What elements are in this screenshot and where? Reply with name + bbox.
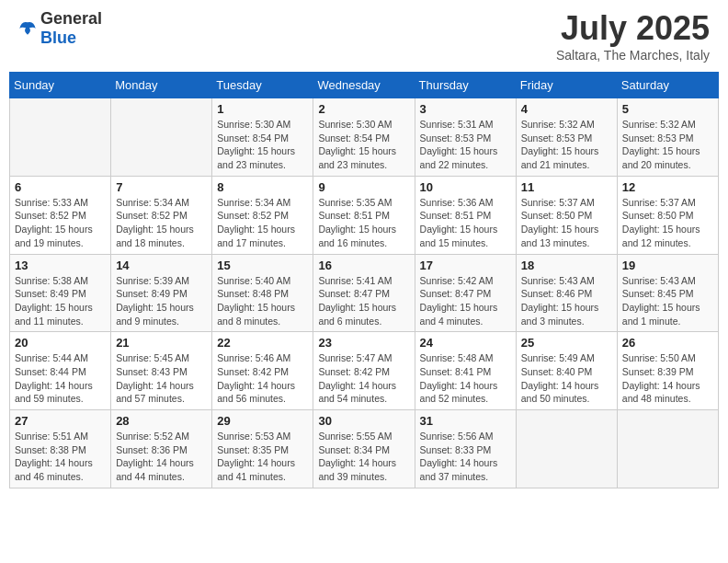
day-info: Sunrise: 5:51 AM Sunset: 8:38 PM Dayligh… — [15, 430, 106, 484]
calendar-cell — [111, 98, 212, 177]
day-info: Sunrise: 5:34 AM Sunset: 8:52 PM Dayligh… — [217, 196, 308, 250]
day-info: Sunrise: 5:52 AM Sunset: 8:36 PM Dayligh… — [116, 430, 207, 484]
day-number: 13 — [15, 259, 106, 272]
calendar-cell: 26Sunrise: 5:50 AM Sunset: 8:39 PM Dayli… — [617, 332, 718, 410]
day-info: Sunrise: 5:56 AM Sunset: 8:33 PM Dayligh… — [420, 430, 511, 484]
weekday-header-monday: Monday — [111, 73, 212, 98]
day-number: 19 — [622, 259, 713, 272]
day-number: 8 — [217, 180, 308, 194]
calendar-cell: 28Sunrise: 5:52 AM Sunset: 8:36 PM Dayli… — [111, 410, 212, 488]
day-number: 27 — [15, 414, 106, 428]
day-number: 14 — [116, 259, 207, 272]
day-info: Sunrise: 5:33 AM Sunset: 8:52 PM Dayligh… — [15, 196, 106, 250]
day-info: Sunrise: 5:41 AM Sunset: 8:47 PM Dayligh… — [318, 274, 409, 328]
month-year: July 2025 — [556, 9, 710, 48]
weekday-header-tuesday: Tuesday — [212, 73, 313, 98]
day-number: 18 — [521, 259, 612, 272]
calendar-cell: 14Sunrise: 5:39 AM Sunset: 8:49 PM Dayli… — [111, 254, 212, 332]
logo-icon — [18, 19, 37, 38]
calendar-cell — [10, 98, 111, 177]
calendar-cell: 21Sunrise: 5:45 AM Sunset: 8:43 PM Dayli… — [111, 332, 212, 410]
day-number: 22 — [217, 336, 308, 350]
calendar-cell: 17Sunrise: 5:42 AM Sunset: 8:47 PM Dayli… — [415, 254, 516, 332]
day-number: 1 — [217, 102, 308, 116]
day-info: Sunrise: 5:47 AM Sunset: 8:42 PM Dayligh… — [318, 351, 409, 406]
calendar-cell: 1Sunrise: 5:30 AM Sunset: 8:54 PM Daylig… — [212, 98, 313, 177]
calendar-cell: 16Sunrise: 5:41 AM Sunset: 8:47 PM Dayli… — [313, 254, 415, 332]
week-row-2: 13Sunrise: 5:38 AM Sunset: 8:49 PM Dayli… — [10, 254, 719, 332]
calendar-cell: 27Sunrise: 5:51 AM Sunset: 8:38 PM Dayli… — [10, 410, 111, 488]
calendar-cell: 8Sunrise: 5:34 AM Sunset: 8:52 PM Daylig… — [212, 176, 313, 254]
title-block: July 2025 Saltara, The Marches, Italy — [556, 9, 710, 63]
day-number: 17 — [420, 259, 511, 272]
logo: General Blue — [18, 9, 102, 48]
calendar-cell: 11Sunrise: 5:37 AM Sunset: 8:50 PM Dayli… — [516, 176, 617, 254]
day-info: Sunrise: 5:55 AM Sunset: 8:34 PM Dayligh… — [318, 430, 409, 484]
day-number: 31 — [420, 414, 511, 428]
day-info: Sunrise: 5:45 AM Sunset: 8:43 PM Dayligh… — [116, 351, 207, 406]
day-number: 4 — [521, 102, 612, 116]
day-info: Sunrise: 5:42 AM Sunset: 8:47 PM Dayligh… — [420, 274, 511, 328]
day-info: Sunrise: 5:40 AM Sunset: 8:48 PM Dayligh… — [217, 274, 308, 328]
day-number: 5 — [622, 102, 713, 116]
day-number: 30 — [318, 414, 409, 428]
calendar-cell: 3Sunrise: 5:31 AM Sunset: 8:53 PM Daylig… — [415, 98, 516, 177]
calendar-cell: 24Sunrise: 5:48 AM Sunset: 8:41 PM Dayli… — [415, 332, 516, 410]
calendar-cell: 22Sunrise: 5:46 AM Sunset: 8:42 PM Dayli… — [212, 332, 313, 410]
calendar-cell: 15Sunrise: 5:40 AM Sunset: 8:48 PM Dayli… — [212, 254, 313, 332]
calendar-cell: 7Sunrise: 5:34 AM Sunset: 8:52 PM Daylig… — [111, 176, 212, 254]
day-info: Sunrise: 5:48 AM Sunset: 8:41 PM Dayligh… — [420, 351, 511, 406]
day-number: 12 — [622, 180, 713, 194]
calendar-table: SundayMondayTuesdayWednesdayThursdayFrid… — [9, 72, 719, 488]
calendar-cell: 4Sunrise: 5:32 AM Sunset: 8:53 PM Daylig… — [516, 98, 617, 177]
day-number: 3 — [420, 102, 511, 116]
day-info: Sunrise: 5:37 AM Sunset: 8:50 PM Dayligh… — [622, 196, 713, 250]
day-number: 20 — [15, 336, 106, 350]
day-info: Sunrise: 5:38 AM Sunset: 8:49 PM Dayligh… — [15, 274, 106, 328]
day-info: Sunrise: 5:30 AM Sunset: 8:54 PM Dayligh… — [318, 118, 409, 172]
calendar-cell: 18Sunrise: 5:43 AM Sunset: 8:46 PM Dayli… — [516, 254, 617, 332]
day-info: Sunrise: 5:31 AM Sunset: 8:53 PM Dayligh… — [420, 118, 511, 172]
calendar-cell: 12Sunrise: 5:37 AM Sunset: 8:50 PM Dayli… — [617, 176, 718, 254]
day-info: Sunrise: 5:53 AM Sunset: 8:35 PM Dayligh… — [217, 430, 308, 484]
page-header: General Blue July 2025 Saltara, The Marc… — [9, 9, 719, 63]
day-info: Sunrise: 5:43 AM Sunset: 8:45 PM Dayligh… — [622, 274, 713, 328]
calendar-cell: 20Sunrise: 5:44 AM Sunset: 8:44 PM Dayli… — [10, 332, 111, 410]
calendar-cell — [516, 410, 617, 488]
week-row-4: 27Sunrise: 5:51 AM Sunset: 8:38 PM Dayli… — [10, 410, 719, 488]
week-row-0: 1Sunrise: 5:30 AM Sunset: 8:54 PM Daylig… — [10, 98, 719, 177]
day-number: 26 — [622, 336, 713, 350]
location: Saltara, The Marches, Italy — [556, 48, 710, 63]
calendar-cell: 5Sunrise: 5:32 AM Sunset: 8:53 PM Daylig… — [617, 98, 718, 177]
day-info: Sunrise: 5:43 AM Sunset: 8:46 PM Dayligh… — [521, 274, 612, 328]
day-info: Sunrise: 5:36 AM Sunset: 8:51 PM Dayligh… — [420, 196, 511, 250]
week-row-1: 6Sunrise: 5:33 AM Sunset: 8:52 PM Daylig… — [10, 176, 719, 254]
day-number: 11 — [521, 180, 612, 194]
weekday-header-saturday: Saturday — [617, 73, 718, 98]
week-row-3: 20Sunrise: 5:44 AM Sunset: 8:44 PM Dayli… — [10, 332, 719, 410]
calendar-cell: 19Sunrise: 5:43 AM Sunset: 8:45 PM Dayli… — [617, 254, 718, 332]
day-info: Sunrise: 5:44 AM Sunset: 8:44 PM Dayligh… — [15, 351, 106, 406]
day-info: Sunrise: 5:35 AM Sunset: 8:51 PM Dayligh… — [318, 196, 409, 250]
day-number: 16 — [318, 259, 409, 272]
weekday-header-wednesday: Wednesday — [313, 73, 415, 98]
day-number: 6 — [15, 180, 106, 194]
day-number: 29 — [217, 414, 308, 428]
day-info: Sunrise: 5:46 AM Sunset: 8:42 PM Dayligh… — [217, 351, 308, 406]
weekday-header-row: SundayMondayTuesdayWednesdayThursdayFrid… — [10, 73, 719, 98]
day-info: Sunrise: 5:39 AM Sunset: 8:49 PM Dayligh… — [116, 274, 207, 328]
day-info: Sunrise: 5:49 AM Sunset: 8:40 PM Dayligh… — [521, 351, 612, 406]
day-info: Sunrise: 5:37 AM Sunset: 8:50 PM Dayligh… — [521, 196, 612, 250]
day-info: Sunrise: 5:34 AM Sunset: 8:52 PM Dayligh… — [116, 196, 207, 250]
calendar-cell: 6Sunrise: 5:33 AM Sunset: 8:52 PM Daylig… — [10, 176, 111, 254]
calendar-cell: 29Sunrise: 5:53 AM Sunset: 8:35 PM Dayli… — [212, 410, 313, 488]
day-number: 23 — [318, 336, 409, 350]
weekday-header-sunday: Sunday — [10, 73, 111, 98]
calendar-cell: 9Sunrise: 5:35 AM Sunset: 8:51 PM Daylig… — [313, 176, 415, 254]
calendar-cell: 30Sunrise: 5:55 AM Sunset: 8:34 PM Dayli… — [313, 410, 415, 488]
day-info: Sunrise: 5:30 AM Sunset: 8:54 PM Dayligh… — [217, 118, 308, 172]
day-number: 9 — [318, 180, 409, 194]
weekday-header-thursday: Thursday — [415, 73, 516, 98]
day-info: Sunrise: 5:32 AM Sunset: 8:53 PM Dayligh… — [521, 118, 612, 172]
calendar-body: 1Sunrise: 5:30 AM Sunset: 8:54 PM Daylig… — [10, 98, 719, 488]
